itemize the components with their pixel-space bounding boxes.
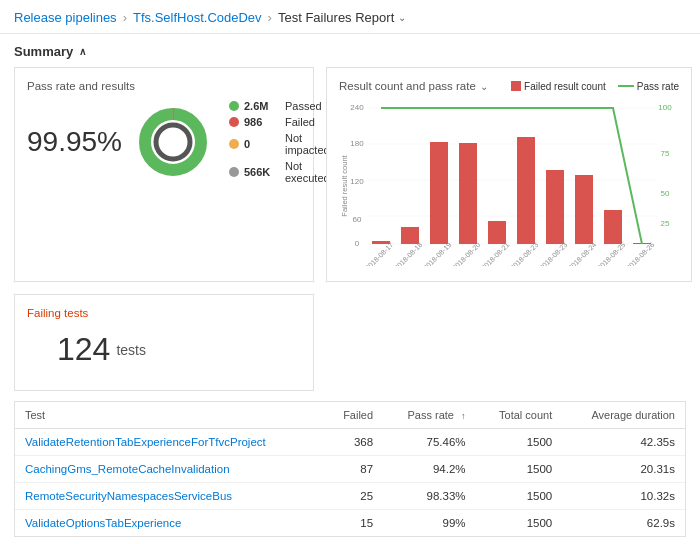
svg-text:2018-08-25: 2018-08-25	[596, 241, 626, 266]
breadcrumb-sep-1: ›	[123, 10, 127, 25]
col-pass-rate[interactable]: Pass rate ↑	[383, 402, 475, 429]
pass-rate-value: 99.95%	[27, 126, 117, 158]
failed-dot	[229, 117, 239, 127]
svg-text:0: 0	[355, 239, 360, 248]
legend-failed-count: Failed result count	[511, 81, 606, 92]
legend-failed: 986 Failed	[229, 116, 330, 128]
bar-5	[517, 137, 535, 244]
svg-text:75: 75	[661, 149, 670, 158]
pass-rate-chart-label: Pass rate	[637, 81, 679, 92]
pass-rate-line	[618, 85, 634, 87]
breadcrumb-tfs[interactable]: Tfs.SelfHost.CodeDev	[133, 10, 262, 25]
bar-1	[401, 227, 419, 244]
summary-header: Summary ∧	[14, 44, 686, 59]
bar-2	[430, 142, 448, 244]
summary-cards: Pass rate and results 99.95%	[14, 67, 686, 282]
legend-not-impacted: 0 Not impacted	[229, 132, 330, 156]
not-executed-dot	[229, 167, 239, 177]
test-name-link[interactable]: RemoteSecurityNamespacesServiceBus	[25, 490, 232, 502]
chart-title: Result count and pass rate	[339, 80, 476, 92]
col-test: Test	[15, 402, 324, 429]
svg-text:100: 100	[658, 103, 672, 112]
col-failed[interactable]: Failed	[324, 402, 383, 429]
not-impacted-label: Not impacted	[285, 132, 330, 156]
cell-total-count: 1500	[476, 483, 563, 510]
svg-text:2018-08-17: 2018-08-17	[364, 241, 394, 266]
not-impacted-value: 0	[244, 138, 280, 150]
cell-total-count: 1500	[476, 510, 563, 537]
chart-legend: Failed result count Pass rate	[511, 81, 679, 92]
failed-count-label: Failed result count	[524, 81, 606, 92]
result-chart-card: Result count and pass rate ⌄ Failed resu…	[326, 67, 692, 282]
title-dropdown-icon[interactable]: ⌄	[398, 12, 406, 23]
col-avg-duration[interactable]: Average duration	[562, 402, 685, 429]
main-content: Summary ∧ Pass rate and results 99.95%	[0, 34, 700, 544]
sort-icon: ↑	[461, 411, 466, 421]
cell-failed: 25	[324, 483, 383, 510]
cell-pass-rate: 75.46%	[383, 429, 475, 456]
svg-point-3	[161, 130, 185, 154]
not-impacted-dot	[229, 139, 239, 149]
breadcrumb: Release pipelines › Tfs.SelfHost.CodeDev…	[0, 0, 700, 34]
bar-3	[459, 143, 477, 244]
chart-svg-container: 240 180 120 60 0 Failed result count 100…	[339, 96, 679, 269]
test-name-link[interactable]: ValidateRetentionTabExperienceForTfvcPro…	[25, 436, 266, 448]
legend-passed: 2.6M Passed	[229, 100, 330, 112]
chart-dropdown-icon[interactable]: ⌄	[480, 81, 488, 92]
svg-text:240: 240	[350, 103, 364, 112]
test-table: Test Failed Pass rate ↑ Total count Aver…	[15, 402, 685, 536]
page-title: Test Failures Report	[278, 10, 394, 25]
table-row: ValidateOptionsTabExperience 15 99% 1500…	[15, 510, 685, 537]
svg-text:2018-08-23: 2018-08-23	[509, 241, 539, 266]
svg-text:2018-08-24: 2018-08-24	[567, 241, 597, 266]
svg-text:2018-08-20: 2018-08-20	[451, 241, 481, 266]
bar-6	[546, 170, 564, 244]
svg-text:2018-08-21: 2018-08-21	[480, 241, 510, 266]
failing-content: 124 tests	[27, 321, 301, 378]
donut-chart	[133, 102, 213, 182]
breadcrumb-release-pipelines[interactable]: Release pipelines	[14, 10, 117, 25]
collapse-icon[interactable]: ∧	[79, 46, 86, 57]
bar-8	[604, 210, 622, 244]
passed-value: 2.6M	[244, 100, 280, 112]
failing-count: 124	[57, 331, 110, 368]
failed-count-rect	[511, 81, 521, 91]
pass-rate-card: Pass rate and results 99.95%	[14, 67, 314, 282]
cell-avg-duration: 62.9s	[562, 510, 685, 537]
cell-avg-duration: 42.35s	[562, 429, 685, 456]
failing-label: tests	[116, 342, 146, 358]
test-name-link[interactable]: CachingGms_RemoteCacheInvalidation	[25, 463, 230, 475]
svg-text:2018-08-19: 2018-08-19	[422, 241, 452, 266]
passed-label: Passed	[285, 100, 322, 112]
test-name-link[interactable]: ValidateOptionsTabExperience	[25, 517, 181, 529]
table-header-row: Test Failed Pass rate ↑ Total count Aver…	[15, 402, 685, 429]
summary-label: Summary	[14, 44, 73, 59]
cell-failed: 15	[324, 510, 383, 537]
table-row: ValidateRetentionTabExperienceForTfvcPro…	[15, 429, 685, 456]
bar-7	[575, 175, 593, 244]
not-executed-value: 566K	[244, 166, 280, 178]
svg-text:50: 50	[661, 189, 670, 198]
test-table-container: Test Failed Pass rate ↑ Total count Aver…	[14, 401, 686, 537]
svg-text:Failed result count: Failed result count	[340, 154, 349, 216]
pass-rate-content: 99.95%	[27, 100, 301, 184]
svg-text:180: 180	[350, 139, 364, 148]
svg-text:120: 120	[350, 177, 364, 186]
cell-pass-rate: 99%	[383, 510, 475, 537]
cell-total-count: 1500	[476, 456, 563, 483]
cell-total-count: 1500	[476, 429, 563, 456]
not-executed-label: Not executed	[285, 160, 330, 184]
bar-4	[488, 221, 506, 244]
failing-tests-title: Failing tests	[27, 307, 301, 319]
svg-text:2018-08-26: 2018-08-26	[625, 241, 655, 266]
cell-failed: 87	[324, 456, 383, 483]
svg-text:25: 25	[661, 219, 670, 228]
svg-text:60: 60	[353, 215, 362, 224]
bottom-cards: Failing tests 124 tests	[14, 294, 686, 391]
col-total-count[interactable]: Total count	[476, 402, 563, 429]
svg-text:2018-08-23: 2018-08-23	[538, 241, 568, 266]
legend-not-executed: 566K Not executed	[229, 160, 330, 184]
cell-avg-duration: 10.32s	[562, 483, 685, 510]
table-row: RemoteSecurityNamespacesServiceBus 25 98…	[15, 483, 685, 510]
table-row: CachingGms_RemoteCacheInvalidation 87 94…	[15, 456, 685, 483]
